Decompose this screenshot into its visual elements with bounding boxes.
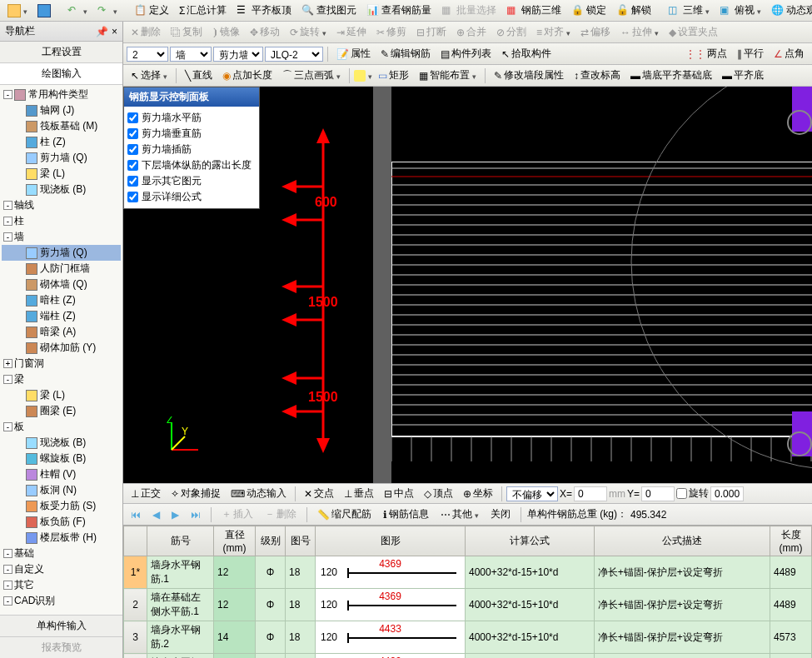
- smart-layout-button[interactable]: ▦智能布置: [415, 66, 481, 85]
- shape-cell[interactable]: 1204433: [316, 621, 466, 654]
- nav-next[interactable]: ▶: [167, 506, 183, 523]
- col-header[interactable]: [124, 526, 147, 556]
- rot-field[interactable]: 0.000: [710, 486, 744, 501]
- formula-desc[interactable]: 净长+锚固-保护层+设定弯折: [594, 589, 770, 621]
- flush-top-button[interactable]: ☰平齐板顶: [232, 1, 296, 20]
- col-header[interactable]: 图号: [286, 526, 316, 556]
- copy-button[interactable]: ⿻复制: [167, 22, 207, 42]
- tree-item[interactable]: 板负筋 (F): [2, 514, 121, 530]
- tree-item[interactable]: -轴线: [2, 197, 121, 213]
- tree-item[interactable]: -基础: [2, 546, 121, 561]
- display-option[interactable]: 剪力墙插筋: [127, 142, 256, 157]
- display-checkbox[interactable]: [127, 160, 138, 171]
- two-point-button[interactable]: ⋮⋮两点: [681, 44, 731, 63]
- tree-item[interactable]: 暗柱 (Z): [2, 292, 121, 308]
- pick-button[interactable]: ↖拾取构件: [497, 44, 555, 63]
- ortho-button[interactable]: ⊥正交: [127, 484, 165, 503]
- col-header[interactable]: 级别: [256, 526, 286, 556]
- display-option[interactable]: 剪力墙水平筋: [127, 110, 256, 126]
- rebar-display-panel[interactable]: 钢筋显示控制面板 剪力墙水平筋剪力墙垂直筋剪力墙插筋下层墙体纵筋的露出长度显示其…: [123, 87, 260, 209]
- row-header[interactable]: 3: [124, 621, 147, 654]
- tree-item[interactable]: 端柱 (Z): [2, 308, 121, 324]
- display-option[interactable]: 下层墙体纵筋的露出长度: [127, 157, 256, 173]
- length[interactable]: 4573: [770, 621, 812, 654]
- line-button[interactable]: ╲直线: [181, 66, 217, 85]
- col-header[interactable]: 长度 (mm): [770, 526, 812, 556]
- rebar-grid[interactable]: 筋号直径(mm)级别图号图形计算公式公式描述长度 (mm)1*墙身水平钢筋.11…: [123, 525, 812, 658]
- member-select[interactable]: JLQ-2: [265, 47, 323, 62]
- tree-item[interactable]: +门窗洞: [2, 356, 121, 371]
- grade[interactable]: Φ: [256, 654, 286, 659]
- rot-check[interactable]: [676, 488, 687, 499]
- nav-tree[interactable]: -常用构件类型轴网 (J)筏板基础 (M)柱 (Z)剪力墙 (Q)梁 (L)现浇…: [0, 85, 122, 615]
- point-angle-button[interactable]: ∠点角: [770, 44, 809, 63]
- length[interactable]: 4489: [770, 556, 812, 589]
- diameter[interactable]: 12: [214, 589, 256, 621]
- props-button[interactable]: 📝属性: [332, 44, 375, 63]
- shape-no[interactable]: 18: [286, 654, 316, 659]
- length[interactable]: 4549: [770, 654, 812, 659]
- expand-icon[interactable]: -: [3, 422, 12, 431]
- delete-button[interactable]: ✕删除: [127, 22, 165, 42]
- col-header[interactable]: 筋号: [147, 526, 214, 556]
- chg-elev-button[interactable]: ↕查改标高: [570, 66, 625, 85]
- rebar-3d-button[interactable]: ▦钢筋三维: [502, 1, 565, 20]
- rebar-info-button[interactable]: ℹ钢筋信息: [379, 505, 433, 524]
- tree-item[interactable]: -梁: [2, 371, 121, 387]
- row-header[interactable]: 2: [124, 589, 147, 621]
- drawing-canvas[interactable]: 钢筋显示控制面板 剪力墙水平筋剪力墙垂直筋剪力墙插筋下层墙体纵筋的露出长度显示其…: [123, 87, 812, 483]
- col-header[interactable]: 直径(mm): [214, 526, 256, 556]
- tree-item[interactable]: -常用构件类型: [2, 87, 121, 102]
- display-option[interactable]: 显示详细公式: [127, 189, 256, 205]
- member-list-button[interactable]: ▤构件列表: [436, 44, 496, 63]
- shape-cell[interactable]: 1204369: [316, 556, 466, 589]
- tree-item[interactable]: 楼层板带 (H): [2, 530, 121, 546]
- display-option[interactable]: 显示其它图元: [127, 173, 256, 189]
- table-row[interactable]: 4墙身水平钢筋.312Φ1812044294000+37*d-15+10*d净长…: [124, 654, 812, 659]
- offset-select[interactable]: 不偏移: [506, 486, 558, 501]
- shape-cell[interactable]: 1204429: [316, 654, 466, 659]
- expand-icon[interactable]: -: [3, 565, 12, 574]
- expand-icon[interactable]: +: [3, 359, 12, 368]
- length[interactable]: 4489: [770, 589, 812, 621]
- formula-desc[interactable]: 净长+锚固-保护层+设定弯折: [594, 621, 770, 654]
- grade[interactable]: Φ: [256, 556, 286, 589]
- snap-perp[interactable]: ⊥垂点: [340, 484, 378, 503]
- offset-button[interactable]: ⇄偏移: [576, 22, 615, 42]
- tree-item[interactable]: 筏板基础 (M): [2, 118, 121, 134]
- tree-item[interactable]: -柱: [2, 213, 121, 229]
- sum-calc-button[interactable]: Σ 汇总计算: [175, 1, 231, 20]
- type-select[interactable]: 剪力墙: [213, 47, 263, 62]
- diameter[interactable]: 12: [214, 556, 256, 589]
- del-row-button[interactable]: －删除: [261, 505, 301, 524]
- display-checkbox[interactable]: [127, 144, 138, 155]
- rect-button[interactable]: ▭矩形: [374, 66, 413, 85]
- orbit-button[interactable]: 🌐动态观察: [767, 1, 812, 20]
- snap-vert[interactable]: ◇顶点: [420, 484, 457, 503]
- tree-item[interactable]: 剪力墙 (Q): [2, 245, 121, 261]
- col-header[interactable]: 图形: [316, 526, 466, 556]
- display-checkbox[interactable]: [127, 112, 138, 123]
- shape-no[interactable]: 18: [286, 621, 316, 654]
- expand-icon[interactable]: -: [3, 217, 12, 226]
- expand-icon[interactable]: -: [3, 596, 12, 606]
- tree-item[interactable]: -其它: [2, 577, 121, 593]
- tab-single-member[interactable]: 单构件输入: [0, 615, 122, 636]
- tree-item[interactable]: 螺旋板 (B): [2, 451, 121, 466]
- tree-item[interactable]: 暗梁 (A): [2, 324, 121, 340]
- merge-button[interactable]: ⊕合并: [452, 22, 491, 42]
- row-header[interactable]: 4: [124, 654, 147, 659]
- nav-first[interactable]: ⏮: [127, 506, 145, 523]
- tree-item[interactable]: -自定义: [2, 561, 121, 577]
- tree-item[interactable]: 轴网 (J): [2, 102, 121, 118]
- rebar-name[interactable]: 墙身水平钢筋.3: [147, 654, 214, 659]
- tree-item[interactable]: -板: [2, 419, 121, 435]
- osnap-button[interactable]: ✧对象捕捉: [167, 484, 225, 503]
- close-grid-button[interactable]: 关闭: [486, 505, 515, 524]
- tab-draw-input[interactable]: 绘图输入: [0, 63, 122, 85]
- table-row[interactable]: 3墙身水平钢筋.214Φ1812044334000+32*d-15+10*d净长…: [124, 621, 812, 654]
- display-checkbox[interactable]: [127, 176, 138, 187]
- nav-last[interactable]: ⏭: [187, 506, 205, 523]
- modify-seg-button[interactable]: ✎修改墙段属性: [490, 66, 568, 85]
- tree-item[interactable]: 现浇板 (B): [2, 182, 121, 197]
